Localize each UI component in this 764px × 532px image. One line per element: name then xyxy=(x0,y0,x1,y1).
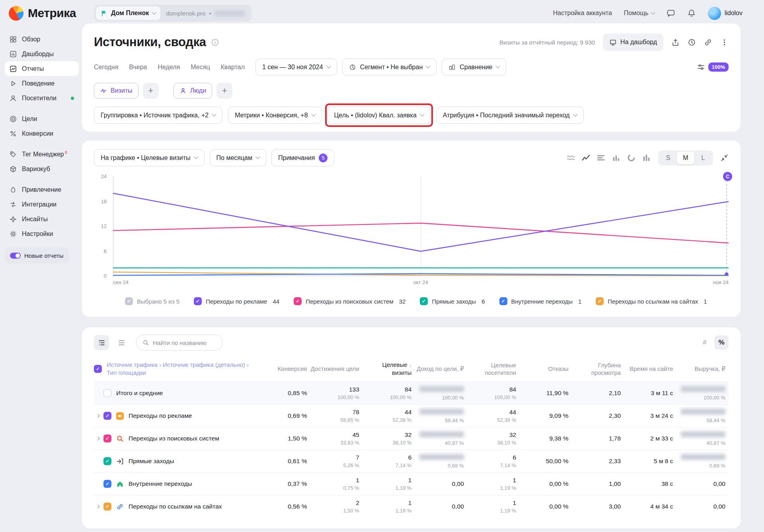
legend-select-all[interactable]: ✓ Выбрано 5 из 5 xyxy=(125,297,179,305)
search-input[interactable] xyxy=(153,339,216,346)
comparison-selector[interactable]: Сравнение xyxy=(442,58,506,76)
header-checkbox[interactable]: ✓ xyxy=(94,365,102,373)
sidebar-item-attraction[interactable]: Привлечение xyxy=(5,182,79,197)
chart-type-histogram-icon[interactable] xyxy=(642,153,651,162)
column-header[interactable]: Достижения цели xyxy=(308,362,361,375)
preset-today[interactable]: Сегодня xyxy=(94,64,118,71)
account-settings-link[interactable]: Настройка аккаунта xyxy=(553,10,612,17)
table-row[interactable]: ✓Переходы по ссылкам на сайтах0,56 %21,5… xyxy=(94,495,729,518)
column-header[interactable]: Доход по цели, ₽ xyxy=(413,362,465,375)
table-row[interactable]: ✓Переходы из поисковых систем1,50 %4533,… xyxy=(94,427,729,450)
preset-week[interactable]: Неделя xyxy=(158,64,180,71)
annotation-marker[interactable]: C xyxy=(723,172,732,181)
counter-selector[interactable]: Дом Пленок domplenok.pro • xyxy=(94,5,251,21)
legend-checkbox[interactable]: ✓ xyxy=(194,297,202,305)
chart-type-line-icon[interactable] xyxy=(581,153,591,162)
to-dashboard-button[interactable]: На дашборд xyxy=(603,33,663,51)
column-header[interactable]: Глубина просмотра xyxy=(570,359,622,379)
granularity-selector[interactable]: По месяцам xyxy=(210,149,266,166)
history-clock-icon[interactable] xyxy=(688,38,696,47)
expand-chevron-icon[interactable] xyxy=(94,503,103,510)
sidebar-item-visitors[interactable]: Посетители xyxy=(5,91,79,105)
chart-metric-selector[interactable]: На графике • Целевые визиты xyxy=(94,149,205,166)
table-row[interactable]: ✓Прямые заходы0,61 %75,26 %67,14 %0,69 %… xyxy=(94,450,729,472)
row-checkbox[interactable]: ✓ xyxy=(103,457,111,465)
visits-chip[interactable]: Визиты xyxy=(94,83,138,99)
sidebar-item-overview[interactable]: Обзор xyxy=(5,32,79,47)
more-kebab-icon[interactable] xyxy=(720,38,729,47)
date-range-picker[interactable]: 1 сен — 30 ноя 2024 xyxy=(255,58,337,76)
preset-month[interactable]: Месяц xyxy=(191,64,210,71)
sidebar-item-insights[interactable]: Инсайты xyxy=(5,212,79,226)
attribution-filter[interactable]: Атрибуция • Последний значимый переход xyxy=(436,107,584,124)
legend-item[interactable]: ✓Прямые заходы6 xyxy=(420,297,485,305)
sidebar-item-reports[interactable]: Отчеты xyxy=(5,61,79,76)
counter-name[interactable]: Дом Пленок xyxy=(96,6,160,20)
flat-view-button[interactable] xyxy=(114,335,129,350)
preset-yesterday[interactable]: Вчера xyxy=(129,64,147,71)
chart-type-pie-icon[interactable] xyxy=(627,153,636,162)
chart-size-m[interactable]: M xyxy=(677,152,694,164)
show-percent-toggle[interactable]: % xyxy=(714,335,729,350)
chart-type-area-icon[interactable] xyxy=(566,153,575,162)
legend-item[interactable]: ✓Переходы из поисковых систем32 xyxy=(294,297,405,305)
sidebar-item-settings[interactable]: Настройки xyxy=(5,226,79,241)
metrics-filter[interactable]: Метрики • Конверсия, +8 xyxy=(228,107,322,124)
legend-item[interactable]: ✓Переходы по ссылкам на сайтах1 xyxy=(596,297,707,305)
chart-size-s[interactable]: S xyxy=(659,152,677,164)
legend-checkbox[interactable]: ✓ xyxy=(294,297,302,305)
sidebar-item-tag-manager[interactable]: Тег Менеджер8 xyxy=(5,147,79,162)
legend-item[interactable]: ✓Переходы по рекламе44 xyxy=(194,297,279,305)
notes-button[interactable]: Примечания 5 xyxy=(271,149,334,166)
legend-item[interactable]: ✓Внутренние переходы1 xyxy=(499,297,582,305)
sidebar-item-conversions[interactable]: Конверсии xyxy=(5,126,79,141)
sidebar-item-dashboards[interactable]: Дашборды xyxy=(5,47,79,61)
table-row[interactable]: ✓Внутренние переходы0,37 %10,75 %11,19 %… xyxy=(94,472,729,495)
chart-size-l[interactable]: L xyxy=(694,152,712,164)
column-header[interactable]: Выручка, ₽ xyxy=(675,362,727,375)
copy-link-icon[interactable] xyxy=(704,38,712,47)
sidebar-item-variokub[interactable]: Вариокуб xyxy=(5,162,79,176)
dimension-header[interactable]: ✓ Источник трафика › Источник трафика (д… xyxy=(94,361,256,377)
user-menu[interactable]: lidolov xyxy=(708,7,743,20)
tree-view-button[interactable] xyxy=(94,335,109,350)
expand-chevron-icon[interactable] xyxy=(94,435,103,442)
select-all-checkbox[interactable]: ✓ xyxy=(125,297,133,305)
metrika-logo[interactable]: Метрика xyxy=(9,6,76,21)
chart-type-columns-icon[interactable] xyxy=(612,153,621,162)
row-checkbox[interactable]: ✓ xyxy=(103,480,111,488)
preset-quarter[interactable]: Квартал xyxy=(221,64,245,71)
goal-filter[interactable]: Цель • (lidolov) Квал. заявка xyxy=(327,107,431,124)
legend-checkbox[interactable]: ✓ xyxy=(499,297,507,305)
column-header[interactable]: Время на сайте xyxy=(622,362,674,375)
chat-icon[interactable] xyxy=(667,9,675,18)
table-search[interactable] xyxy=(136,335,223,351)
show-numbers-toggle[interactable]: # xyxy=(698,335,712,350)
sidebar-item-behavior[interactable]: Поведение xyxy=(5,76,79,91)
notifications-bell-icon[interactable] xyxy=(687,9,696,18)
export-share-icon[interactable] xyxy=(671,38,680,47)
row-checkbox[interactable]: ✓ xyxy=(103,412,111,420)
segment-selector[interactable]: Сегмент • Не выбран xyxy=(342,58,437,76)
row-checkbox[interactable] xyxy=(103,389,111,397)
row-checkbox[interactable]: ✓ xyxy=(103,435,111,442)
chart-type-bars-icon[interactable] xyxy=(596,153,606,162)
sidebar-item-integrations[interactable]: Интеграции xyxy=(5,197,79,212)
legend-checkbox[interactable]: ✓ xyxy=(420,297,428,305)
table-row[interactable]: Итого и средние0,85 %133100,00 %84100,00… xyxy=(94,382,729,404)
table-row[interactable]: ✓Переходы по рекламе0,69 %7858,65 %4452,… xyxy=(94,404,729,427)
legend-checkbox[interactable]: ✓ xyxy=(596,297,604,305)
grouping-filter[interactable]: Группировка • Источник трафика, +2 xyxy=(94,107,222,124)
help-menu[interactable]: Помощь xyxy=(624,10,655,17)
column-header[interactable]: Конверсия xyxy=(256,362,308,375)
info-icon[interactable] xyxy=(211,38,219,47)
row-checkbox[interactable]: ✓ xyxy=(103,503,111,511)
add-visits-metric-button[interactable]: + xyxy=(143,83,159,99)
new-reports-toggle[interactable]: Новые отчеты xyxy=(5,247,69,263)
expand-chevron-icon[interactable] xyxy=(94,413,103,419)
sidebar-item-goals[interactable]: Цели xyxy=(5,111,79,126)
add-people-metric-button[interactable]: + xyxy=(216,83,232,99)
line-chart[interactable]: 24181260 C xyxy=(113,177,729,276)
sampling-control[interactable]: 100% xyxy=(697,62,729,72)
column-header[interactable]: Отказы xyxy=(518,362,570,375)
